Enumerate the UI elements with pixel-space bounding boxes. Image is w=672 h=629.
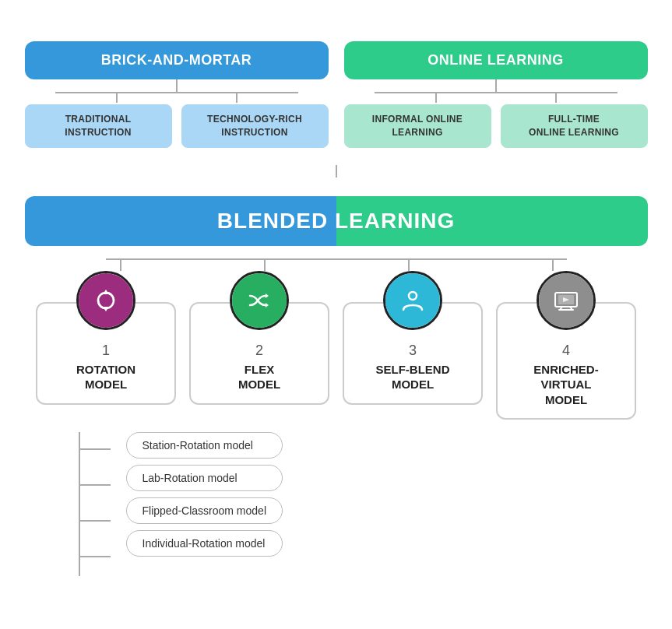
- rotation-sub-list: Station-Rotation model Lab-Rotation mode…: [126, 432, 283, 588]
- flex-icon: [245, 286, 273, 314]
- sub-individual-rotation: Individual-Rotation model: [126, 530, 283, 557]
- rotation-icon: [92, 286, 120, 314]
- sub-station-rotation: Station-Rotation model: [126, 432, 283, 459]
- self-blend-circle-border: [383, 271, 442, 330]
- self-blend-name: SELF-BLENDMODEL: [352, 362, 473, 392]
- v-drop-2: [264, 258, 266, 271]
- v-drop-4: [552, 258, 554, 271]
- sub-lab-rotation-label: Lab-Rotation model: [142, 472, 237, 484]
- model-self-blend: 3 SELF-BLENDMODEL: [343, 271, 483, 405]
- informal-online-box: INFORMAL ONLINELEARNING: [344, 104, 491, 148]
- v-line-blended-top: [336, 165, 337, 177]
- svg-marker-3: [266, 293, 269, 298]
- enriched-virtual-name: ENRICHED-VIRTUALMODEL: [505, 362, 627, 408]
- self-blend-number: 3: [352, 343, 473, 359]
- enriched-virtual-number: 4: [505, 343, 627, 359]
- blended-learning-box: BLENDED LEARNING: [25, 196, 648, 246]
- sub-lab-rotation: Lab-Rotation model: [126, 465, 283, 491]
- enriched-virtual-circle-border: [537, 271, 596, 330]
- top-row: BRICK-AND-MORTAR ONLINE LEARNING: [25, 41, 648, 79]
- rotation-sub-connector-svg: [33, 432, 126, 588]
- full-time-online-box: FULL-TIMEONLINE LEARNING: [501, 104, 648, 148]
- left-sub-connector: TRADITIONALINSTRUCTION TECHNOLOGY-RICHIN…: [25, 79, 329, 148]
- models-row: 1 ROTATIONMODEL 2 FLEXMODEL: [25, 271, 648, 420]
- rotation-sub-section: Station-Rotation model Lab-Rotation mode…: [33, 432, 648, 588]
- technology-rich-box: TECHNOLOGY-RICHINSTRUCTION: [181, 104, 329, 148]
- v-drop-3: [408, 258, 410, 271]
- flex-number: 2: [199, 343, 320, 359]
- sub-flipped-classroom-label: Flipped-Classroom model: [142, 504, 267, 517]
- blended-connector: BLENDED LEARNING: [25, 165, 648, 246]
- svg-marker-2: [266, 303, 269, 307]
- self-blend-icon: [399, 286, 427, 314]
- self-blend-icon-circle: [385, 273, 440, 328]
- flex-icon-circle: [232, 273, 287, 328]
- flex-name: FLEXMODEL: [199, 362, 320, 392]
- sub-station-rotation-label: Station-Rotation model: [142, 439, 253, 452]
- v-line-right-top: [495, 79, 497, 92]
- rotation-number: 1: [45, 343, 167, 359]
- sub-individual-rotation-label: Individual-Rotation model: [142, 537, 266, 550]
- v-line-left-top: [176, 79, 178, 92]
- h-line-models: [106, 258, 567, 260]
- blended-learning-label: BLENDED LEARNING: [217, 209, 455, 233]
- enriched-virtual-icon: [552, 286, 580, 314]
- models-connector-row: [48, 246, 625, 271]
- right-sub-connector: INFORMAL ONLINELEARNING FULL-TIMEONLINE …: [344, 79, 648, 148]
- brick-and-mortar-label: BRICK-AND-MORTAR: [101, 52, 252, 68]
- tick-right-1: [435, 92, 437, 103]
- diagram: BRICK-AND-MORTAR ONLINE LEARNING TRADITI…: [17, 26, 656, 603]
- traditional-instruction-box: TRADITIONALINSTRUCTION: [25, 104, 172, 148]
- h-line-right: [375, 92, 617, 93]
- svg-marker-1: [103, 307, 109, 311]
- svg-point-4: [409, 292, 417, 300]
- left-sub-boxes: TRADITIONALINSTRUCTION TECHNOLOGY-RICHIN…: [25, 104, 329, 148]
- model-enriched-virtual: 4 ENRICHED-VIRTUALMODEL: [496, 271, 636, 420]
- tick-right-2: [555, 92, 557, 103]
- model-rotation: 1 ROTATIONMODEL: [36, 271, 176, 405]
- rotation-sub-connector: [33, 432, 126, 588]
- brick-and-mortar-box: BRICK-AND-MORTAR: [25, 41, 329, 79]
- model-flex: 2 FLEXMODEL: [189, 271, 329, 405]
- online-learning-box: ONLINE LEARNING: [344, 41, 648, 79]
- sub-flipped-classroom: Flipped-Classroom model: [126, 497, 283, 524]
- flex-circle-border: [230, 271, 289, 330]
- rotation-name: ROTATIONMODEL: [45, 362, 167, 392]
- right-sub-boxes: INFORMAL ONLINELEARNING FULL-TIMEONLINE …: [344, 104, 648, 148]
- sub-row-container: TRADITIONALINSTRUCTION TECHNOLOGY-RICHIN…: [25, 79, 648, 148]
- rotation-circle-border: [76, 271, 135, 330]
- rotation-icon-circle: [79, 273, 133, 328]
- online-learning-label: ONLINE LEARNING: [427, 52, 564, 68]
- h-line-left: [55, 92, 298, 93]
- tick-left-1: [116, 92, 118, 103]
- tick-left-2: [236, 92, 237, 103]
- v-drop-1: [120, 258, 121, 271]
- enriched-virtual-icon-circle: [539, 273, 593, 328]
